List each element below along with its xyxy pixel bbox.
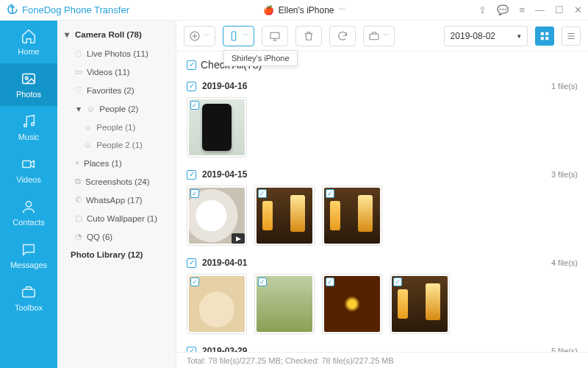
chevron-down-icon: ﹀ [204, 31, 210, 40]
rail-messages[interactable]: Messages [0, 234, 57, 277]
group-header[interactable]: ✓ 2019-04-16 1 file(s) [187, 77, 578, 97]
grid-view-button[interactable] [535, 26, 554, 46]
phone-transfer-icon [228, 30, 240, 42]
list-view-button[interactable] [562, 26, 581, 46]
transfer-target-tooltip[interactable]: Shirley's iPhone [223, 50, 298, 66]
rail-label: Music [18, 132, 40, 141]
group-date: 2019-04-01 [202, 258, 247, 268]
sidebar-people-1[interactable]: ☺People (1) [57, 118, 176, 136]
sidebar-people[interactable]: ▾☺People (2) [57, 99, 176, 118]
checkbox-icon[interactable]: ✓ [190, 277, 199, 286]
svg-rect-8 [232, 32, 235, 40]
photo-thumbnail[interactable]: ✓ [187, 274, 247, 334]
delete-button[interactable] [295, 26, 322, 46]
date-picker[interactable]: 2019-08-02▾ [444, 26, 528, 46]
checkbox-icon[interactable]: ✓ [258, 277, 267, 286]
checkbox-icon[interactable]: ✓ [326, 277, 334, 286]
checkbox-icon[interactable]: ✓ [258, 189, 267, 198]
video-badge-icon: ▶ [232, 233, 245, 244]
photo-thumbnail[interactable]: ✓ [254, 185, 315, 246]
sidebar-label: Favorites (2) [87, 86, 135, 95]
rail-videos[interactable]: Videos [0, 149, 57, 191]
checkbox-icon[interactable]: ✓ [187, 170, 196, 180]
checkbox-icon[interactable]: ✓ [326, 189, 334, 198]
sidebar-label: QQ (6) [87, 233, 112, 241]
wallpaper-icon: ▢ [75, 213, 82, 223]
close-icon[interactable]: ✕ [574, 4, 582, 15]
refresh-button[interactable] [329, 26, 356, 46]
group-count: 4 file(s) [551, 258, 578, 267]
export-to-pc-button[interactable] [262, 26, 288, 46]
device-picker[interactable]: 🍎 Ellen's iPhone ﹀ [256, 4, 353, 17]
rail-music[interactable]: Music [0, 106, 57, 149]
sidebar-screenshots[interactable]: ⧉Screenshots (24) [57, 172, 176, 191]
device-label: Ellen's iPhone [279, 5, 334, 15]
people-icon: ☺ [87, 105, 95, 113]
photo-thumbnail[interactable]: ✓ [322, 185, 382, 246]
checkbox-icon[interactable]: ✓ [187, 82, 196, 91]
sidebar-label: Photo Library (12) [71, 250, 143, 259]
checkbox-icon[interactable]: ✓ [187, 60, 196, 70]
rail-label: Messages [10, 261, 47, 269]
home-icon [21, 28, 37, 44]
add-button[interactable]: ﹀ [184, 26, 215, 46]
messages-icon [21, 241, 37, 258]
qq-icon: ◔ [75, 232, 82, 241]
photo-thumbnail[interactable]: ✓▶ [187, 185, 247, 246]
group-header[interactable]: ✓ 2019-04-01 4 file(s) [187, 253, 578, 274]
group-header[interactable]: ✓ 2019-04-15 3 file(s) [187, 165, 578, 185]
rail-contacts[interactable]: Contacts [0, 191, 57, 234]
rail-toolbox[interactable]: Toolbox [0, 277, 57, 319]
app-logo: FoneDog Phone Transfer [6, 4, 129, 17]
sidebar-whatsapp[interactable]: ✆WhatsApp (17) [57, 191, 176, 209]
group-count: 5 file(s) [551, 347, 578, 352]
group-header[interactable]: ✓ 2019-03-29 5 file(s) [187, 342, 578, 352]
photo-thumbnail[interactable]: ✓ [254, 274, 315, 334]
checkbox-icon[interactable]: ✓ [393, 277, 402, 286]
sidebar-label: Camera Roll (78) [75, 30, 142, 39]
checkbox-icon[interactable]: ✓ [190, 101, 199, 110]
checkbox-icon[interactable]: ✓ [187, 258, 196, 268]
heart-icon: ♡ [75, 85, 82, 95]
rail-photos[interactable]: Photos [0, 63, 57, 106]
sidebar-favorites[interactable]: ♡Favorites (2) [57, 81, 176, 99]
photo-thumbnail[interactable]: ✓ [187, 97, 247, 158]
rail-label: Home [18, 47, 39, 56]
chevron-down-icon: ﹀ [243, 31, 249, 40]
person-icon: ☺ [84, 123, 92, 132]
photo-thumbnail[interactable]: ✓ [390, 274, 450, 334]
transfer-to-device-button[interactable]: ﹀ [223, 26, 254, 46]
group-count: 3 file(s) [551, 170, 578, 179]
pc-export-icon [269, 30, 281, 42]
app-name: FoneDog Phone Transfer [22, 4, 129, 15]
checkbox-icon[interactable]: ✓ [190, 189, 199, 198]
checkbox-icon[interactable]: ✓ [187, 347, 196, 353]
sidebar-camera-roll[interactable]: ▾Camera Roll (78) [57, 25, 176, 44]
svg-rect-12 [545, 32, 548, 35]
sidebar-photo-library[interactable]: Photo Library (12) [57, 246, 176, 263]
thumbnail-row: ✓▶ ✓ ✓ [187, 185, 578, 253]
sidebar-people-2[interactable]: ☺People 2 (1) [57, 136, 176, 154]
svg-rect-11 [541, 32, 544, 35]
sidebar-cuto[interactable]: ▢Cuto Wallpaper (1) [57, 209, 176, 227]
minimize-icon[interactable]: — [535, 4, 545, 15]
rail-home[interactable]: Home [0, 21, 57, 63]
feedback-icon[interactable]: 💬 [497, 4, 509, 15]
sidebar-videos[interactable]: ▭Videos (11) [57, 63, 176, 81]
photo-thumbnail[interactable]: ✓ [322, 274, 382, 334]
sidebar-live-photos[interactable]: ◌Live Photos (11) [57, 44, 176, 63]
maximize-icon[interactable]: ☐ [555, 4, 564, 15]
apple-icon: 🍎 [263, 5, 274, 15]
more-tools-button[interactable]: ﹀ [363, 26, 395, 46]
grid-icon [539, 31, 550, 41]
sidebar-label: People (1) [96, 123, 135, 132]
sidebar-places[interactable]: ⌖Places (1) [57, 154, 176, 172]
sidebar-label: Cuto Wallpaper (1) [87, 214, 157, 223]
share-icon[interactable]: ⇪ [478, 4, 487, 15]
sidebar-qq[interactable]: ◔QQ (6) [57, 227, 176, 246]
footer-text: Total: 78 file(s)/227.25 MB; Checked: 78… [187, 356, 394, 365]
thumbnail-row: ✓ [187, 97, 578, 165]
menu-icon[interactable]: ≡ [519, 4, 525, 15]
rail-label: Toolbox [15, 303, 43, 312]
group-date: 2019-04-16 [202, 81, 247, 91]
